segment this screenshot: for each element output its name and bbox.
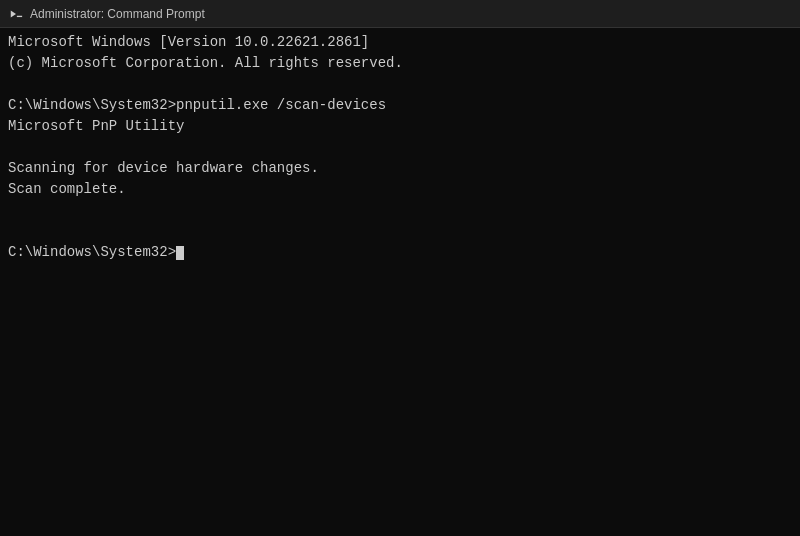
terminal-line-5: Scanning for device hardware changes. — [8, 158, 792, 179]
blank-line-1 — [8, 74, 792, 95]
blank-line-4 — [8, 221, 792, 242]
terminal-line-1: Microsoft Windows [Version 10.0.22621.28… — [8, 32, 792, 53]
terminal-prompt: C:\Windows\System32> — [8, 244, 176, 260]
svg-rect-2 — [17, 15, 22, 16]
title-bar: Administrator: Command Prompt — [0, 0, 800, 28]
terminal-line-4: Microsoft PnP Utility — [8, 116, 792, 137]
blank-line-2 — [8, 137, 792, 158]
blank-line-3 — [8, 200, 792, 221]
cursor — [176, 246, 184, 260]
terminal-line-6: Scan complete. — [8, 179, 792, 200]
terminal-line-3: C:\Windows\System32>pnputil.exe /scan-de… — [8, 95, 792, 116]
title-bar-text: Administrator: Command Prompt — [30, 7, 205, 21]
terminal-body[interactable]: Microsoft Windows [Version 10.0.22621.28… — [0, 28, 800, 536]
terminal-line-2: (c) Microsoft Corporation. All rights re… — [8, 53, 792, 74]
terminal-prompt-line: C:\Windows\System32> — [8, 242, 792, 263]
cmd-icon — [8, 6, 24, 22]
cmd-window: Administrator: Command Prompt Microsoft … — [0, 0, 800, 536]
